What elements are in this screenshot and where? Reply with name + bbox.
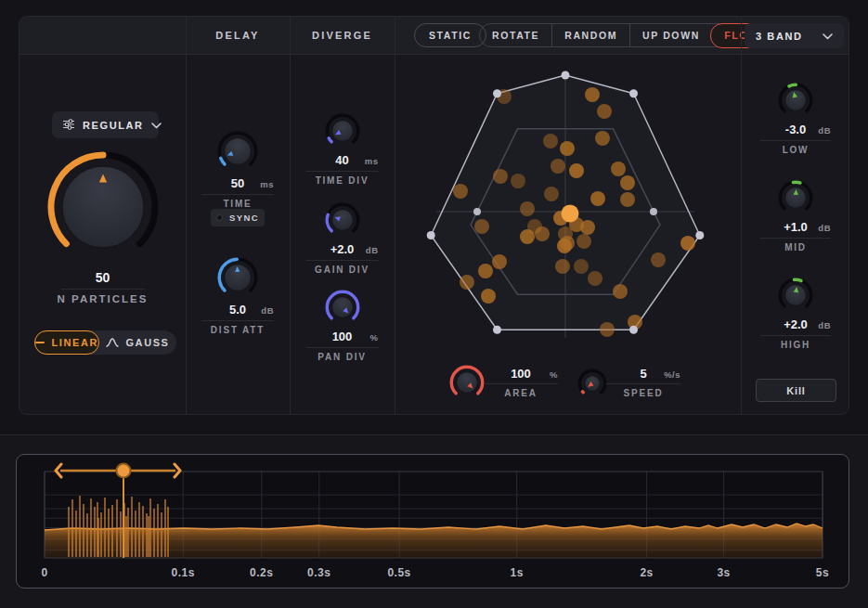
sync-button[interactable]: SYNC: [211, 209, 265, 226]
waveform-display[interactable]: 00.1s0.2s0.3s0.5s1s2s3s5s: [17, 455, 849, 588]
area-knob[interactable]: [449, 365, 485, 400]
speed-value: 5: [640, 367, 646, 381]
linear-icon: [35, 342, 45, 344]
eq-high-unit: dB: [818, 318, 831, 332]
eq-low-value: -3.0: [785, 123, 806, 136]
mode-updown-button[interactable]: UP DOWN: [629, 24, 712, 46]
area-control: 100 % AREA: [449, 365, 558, 400]
gauss-curve-icon: [106, 336, 119, 350]
dist-att-knob[interactable]: [217, 257, 258, 298]
divider: [201, 320, 274, 321]
eq-mid-group: +1.0 dB MID: [741, 180, 849, 253]
motion-mode-group: ROTATE RANDOM UP DOWN FLOAT: [479, 23, 777, 47]
distribution-toggle: LINEAR GAUSS: [34, 330, 176, 355]
time-div-unit: ms: [365, 154, 379, 168]
chevron-down-icon: [151, 120, 162, 131]
speed-unit: %/s: [664, 368, 680, 382]
speed-label: SPEED: [606, 388, 680, 399]
diverge-section-title: DIVERGE: [290, 17, 395, 54]
delay-time-unit: ms: [260, 177, 274, 191]
main-panel: DELAY DIVERGE STATIC ROTATE RANDOM UP DO…: [19, 16, 849, 415]
n-particles-label: N PARTICLES: [58, 293, 149, 304]
n-particles-value: 50: [96, 270, 110, 285]
time-div-label: TIME DIV: [316, 175, 369, 187]
toggle-linear-button[interactable]: LINEAR: [34, 330, 99, 355]
area-value: 100: [511, 367, 531, 381]
gain-div-label: GAIN DIV: [315, 265, 369, 276]
sync-led-icon: [216, 214, 223, 221]
svg-text:3s: 3s: [717, 566, 730, 579]
divider: [201, 194, 274, 195]
sliders-icon: [62, 118, 75, 133]
pan-div-unit: %: [370, 330, 379, 344]
divider: [484, 383, 558, 384]
svg-text:2s: 2s: [640, 566, 653, 579]
band-count-dropdown[interactable]: 3 BAND: [745, 23, 844, 48]
eq-low-group: -3.0 dB LOW: [741, 83, 849, 156]
svg-text:0.5s: 0.5s: [387, 566, 410, 579]
toggle-gauss-button[interactable]: GAUSS: [99, 330, 176, 355]
time-div-knob[interactable]: [325, 113, 360, 149]
divider: [760, 238, 831, 239]
particle-field[interactable]: [395, 55, 741, 366]
gain-div-knob[interactable]: [325, 202, 360, 238]
speed-control: 5 %/s SPEED: [577, 365, 680, 399]
time-div-value: 40: [335, 153, 348, 167]
eq-mid-label: MID: [784, 242, 807, 253]
divider: [606, 383, 680, 384]
dist-att-value: 5.0: [229, 303, 246, 317]
delay-time-group: 50 ms TIME: [186, 131, 290, 210]
preset-dropdown-label: REGULAR: [83, 120, 144, 131]
eq-high-group: +2.0 dB HIGH: [741, 278, 849, 351]
dist-att-label: DIST ATT: [211, 325, 265, 336]
divider: [306, 260, 379, 261]
pan-div-knob[interactable]: [325, 290, 360, 325]
gain-div-unit: dB: [366, 243, 379, 257]
sync-label: SYNC: [229, 213, 259, 223]
time-div-group: 40 ms TIME DIV: [290, 113, 395, 187]
eq-low-label: LOW: [783, 145, 810, 156]
chevron-down-icon: [823, 31, 833, 42]
n-particles-knob[interactable]: [47, 151, 159, 263]
divider: [306, 171, 379, 172]
waveform-panel: 00.1s0.2s0.3s0.5s1s2s3s5s: [16, 454, 849, 589]
static-mode-button[interactable]: STATIC: [414, 23, 486, 47]
divider: [186, 17, 187, 415]
area-unit: %: [550, 368, 558, 382]
divider: [760, 140, 831, 141]
n-particles-group: 50 N PARTICLES: [19, 151, 186, 304]
svg-text:0.3s: 0.3s: [307, 566, 330, 579]
eq-high-label: HIGH: [781, 340, 810, 351]
pan-div-value: 100: [332, 330, 353, 343]
gain-div-group: +2.0 dB GAIN DIV: [290, 202, 395, 276]
eq-low-knob[interactable]: [778, 83, 813, 118]
pan-div-label: PAN DIV: [317, 352, 366, 363]
gain-div-value: +2.0: [330, 242, 355, 256]
eq-mid-value: +1.0: [784, 220, 808, 234]
svg-text:0.2s: 0.2s: [250, 566, 273, 579]
svg-text:0.1s: 0.1s: [172, 566, 195, 579]
eq-high-value: +2.0: [784, 317, 808, 331]
mode-random-button[interactable]: RANDOM: [551, 24, 629, 46]
selection-handle: [117, 464, 131, 478]
gauss-label: GAUSS: [125, 337, 169, 348]
section-divider: [0, 434, 868, 435]
svg-text:0: 0: [41, 566, 47, 579]
divider: [61, 289, 145, 290]
pan-div-group: 100 % PAN DIV: [290, 290, 395, 363]
speed-knob[interactable]: [577, 369, 607, 398]
divider: [306, 347, 379, 348]
dist-att-group: 5.0 dB DIST ATT: [186, 257, 290, 336]
delay-section-title: DELAY: [186, 17, 290, 54]
band-dropdown-label: 3 BAND: [756, 31, 803, 42]
mode-rotate-button[interactable]: ROTATE: [480, 24, 551, 46]
svg-text:5s: 5s: [816, 566, 829, 579]
eq-mid-knob[interactable]: [778, 180, 813, 215]
area-label: AREA: [484, 388, 558, 399]
kill-button[interactable]: Kill: [756, 379, 836, 402]
delay-time-knob[interactable]: [217, 131, 258, 172]
distribution-preset-dropdown[interactable]: REGULAR: [52, 111, 159, 138]
eq-high-knob[interactable]: [778, 278, 813, 313]
divider: [760, 335, 831, 336]
delay-time-value: 50: [231, 176, 244, 190]
